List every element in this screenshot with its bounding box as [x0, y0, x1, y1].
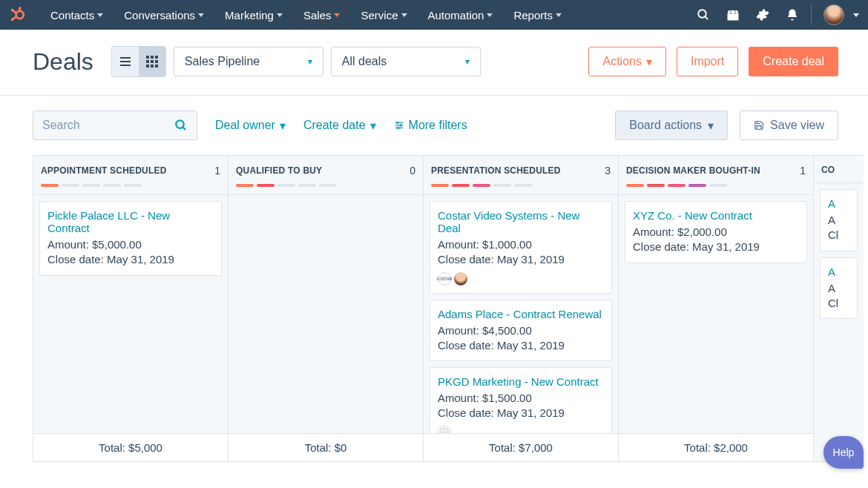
save-view-label: Save view [770, 119, 824, 132]
nav-conversations[interactable]: Conversations [114, 0, 214, 30]
deal-card[interactable]: PKGD Marketing - New ContractAmount: $1,… [430, 367, 612, 433]
create-deal-button[interactable]: Create deal [749, 47, 838, 76]
import-button[interactable]: Import [677, 47, 738, 76]
svg-point-7 [698, 10, 706, 18]
column-count: 3 [605, 165, 611, 177]
column-header: APPOINTMENT SCHEDULED1 [33, 156, 228, 195]
deal-owner-filter[interactable]: Deal owner ▾ [215, 119, 286, 133]
column-title: QUALIFIED TO BUY [236, 165, 322, 176]
deal-avatars [438, 426, 604, 434]
deal-close-date: Close date: May 31, 2019 [438, 406, 604, 421]
deal-name: A [828, 197, 849, 210]
board-actions-label: Board actions [629, 119, 702, 132]
column-body[interactable]: AAClAACl [814, 183, 864, 461]
board-view-button[interactable] [139, 47, 165, 76]
column-body[interactable]: Costar Video Systems - New DealAmount: $… [424, 195, 618, 433]
bell-icon[interactable] [786, 8, 799, 22]
list-view-button[interactable] [112, 47, 139, 76]
pipeline-select-label: Sales Pipeline [185, 55, 260, 68]
help-label: Help [833, 446, 855, 458]
deal-amount: Amount: $1,000.00 [438, 237, 604, 252]
page-header: Deals Sales Pipeline ▾ All deals ▾ Actio… [0, 30, 868, 96]
nav-reports[interactable]: Reports [503, 0, 572, 30]
deal-amount: A [828, 281, 849, 296]
deal-card[interactable]: AACl [820, 189, 858, 251]
search-input[interactable]: Search [33, 111, 197, 140]
deal-card[interactable]: XYZ Co. - New ContractAmount: $2,000.00C… [625, 201, 807, 263]
hubspot-logo[interactable] [9, 7, 25, 23]
nav-label: Contacts [50, 9, 94, 22]
chevron-down-icon [487, 13, 493, 17]
column-title: APPOINTMENT SCHEDULED [41, 165, 167, 176]
column-body[interactable]: XYZ Co. - New ContractAmount: $2,000.00C… [619, 195, 813, 433]
deal-scope-label: All deals [342, 55, 387, 68]
pipeline-select[interactable]: Sales Pipeline ▾ [174, 47, 323, 76]
nav-marketing[interactable]: Marketing [214, 0, 293, 30]
help-button[interactable]: Help [823, 436, 864, 469]
column-progress [626, 184, 806, 187]
column-body[interactable] [228, 195, 423, 433]
svg-point-17 [396, 122, 398, 123]
column-count: 1 [800, 165, 806, 177]
more-filters-button[interactable]: More filters [394, 119, 467, 132]
deal-amount: Amount: $1,500.00 [438, 391, 604, 406]
svg-point-18 [400, 125, 401, 126]
gear-icon[interactable] [756, 8, 769, 22]
search-placeholder: Search [42, 119, 80, 132]
column-total: Total: $0 [228, 433, 423, 461]
nav-automation[interactable]: Automation [418, 0, 504, 30]
save-icon [754, 120, 764, 131]
svg-line-8 [705, 16, 708, 19]
board-column: QUALIFIED TO BUY0Total: $0 [228, 155, 423, 462]
save-view-button[interactable]: Save view [740, 111, 838, 140]
board-column: PRESENTATION SCHEDULED3Costar Video Syst… [423, 155, 618, 462]
deal-scope-select[interactable]: All deals ▾ [331, 47, 481, 76]
deal-card[interactable]: Costar Video Systems - New DealAmount: $… [430, 201, 612, 294]
column-header: CO [814, 156, 864, 183]
actions-button[interactable]: Actions ▾ [588, 47, 665, 76]
svg-point-19 [397, 127, 398, 128]
nav-contacts[interactable]: Contacts [40, 0, 114, 30]
chevron-down-icon [198, 13, 204, 17]
create-date-filter[interactable]: Create date ▾ [303, 119, 376, 133]
deal-avatars: COSTAR [438, 272, 604, 286]
svg-line-2 [13, 11, 18, 14]
board-actions-button[interactable]: Board actions ▾ [615, 111, 728, 140]
column-count: 0 [410, 165, 415, 177]
deal-name: PKGD Marketing - New Contract [438, 375, 604, 388]
user-avatar [823, 4, 844, 25]
caret-down-icon: ▾ [646, 55, 652, 69]
nav-label: Conversations [124, 9, 195, 22]
nav-tools [697, 8, 799, 22]
chevron-down-icon [556, 13, 562, 17]
search-icon[interactable] [697, 8, 710, 22]
nav-label: Sales [303, 9, 332, 22]
nav-service[interactable]: Service [350, 0, 417, 30]
deal-close-date: Cl [828, 296, 849, 311]
view-toggle [111, 46, 166, 77]
column-body[interactable]: Pickle Palace LLC - New ContractAmount: … [33, 195, 228, 433]
column-count: 1 [214, 165, 220, 177]
create-date-label: Create date [303, 119, 366, 132]
search-icon [174, 119, 188, 132]
page-title: Deals [33, 48, 93, 76]
svg-rect-9 [728, 14, 739, 21]
svg-line-13 [183, 127, 185, 130]
list-icon [120, 57, 131, 66]
deal-name: A [828, 266, 849, 278]
board-column: DECISION MAKER BOUGHT-IN1XYZ Co. - New C… [618, 155, 813, 462]
avatar: COSTAR [438, 272, 451, 286]
deal-card[interactable]: AACl [820, 257, 858, 320]
deal-card[interactable]: Pickle Palace LLC - New ContractAmount: … [39, 201, 222, 276]
nav-label: Service [361, 9, 398, 22]
marketplace-icon[interactable] [726, 8, 740, 22]
nav-label: Marketing [225, 9, 274, 22]
caret-down-icon: ▾ [465, 56, 470, 67]
deal-close-date: Close date: May 31, 2019 [438, 338, 604, 353]
column-header: PRESENTATION SCHEDULED3 [424, 156, 618, 195]
deal-card[interactable]: Adams Place - Contract RenewalAmount: $4… [430, 300, 612, 362]
nav-sales[interactable]: Sales [293, 0, 351, 30]
deal-close-date: Close date: May 31, 2019 [47, 252, 214, 267]
account-menu[interactable] [823, 4, 859, 25]
column-header: DECISION MAKER BOUGHT-IN1 [619, 156, 813, 195]
